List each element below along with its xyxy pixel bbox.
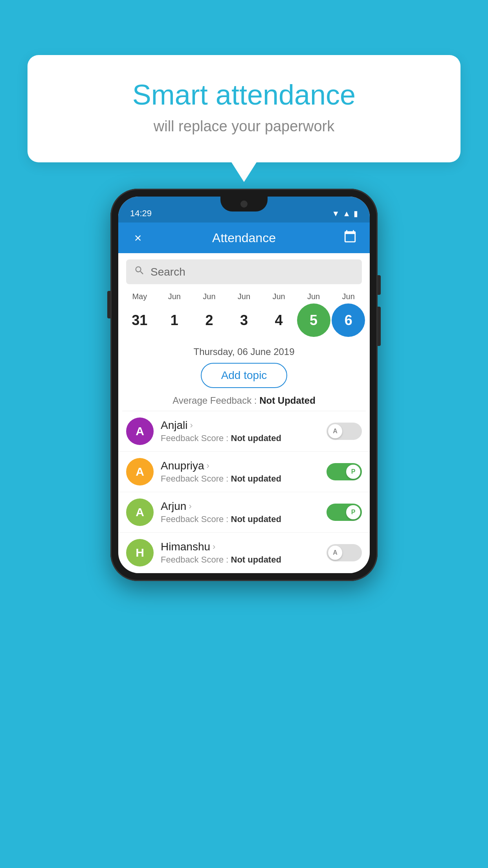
student-info: Anjali › Feedback Score : Not updated xyxy=(161,419,319,443)
month-jun-3: Jun xyxy=(227,292,261,301)
calendar-icon[interactable] xyxy=(341,230,359,246)
attendance-toggle[interactable]: A xyxy=(327,544,362,561)
month-jun-1: Jun xyxy=(158,292,191,301)
status-icons: ▼ ▲ ▮ xyxy=(332,209,358,218)
date-6-selected[interactable]: 6 xyxy=(332,303,365,337)
date-31[interactable]: 31 xyxy=(123,303,156,337)
calendar: May Jun Jun Jun Jun Jun Jun 31 1 2 3 4 5… xyxy=(118,284,370,341)
student-row: A Anjali › Feedback Score : Not updated … xyxy=(118,411,370,452)
close-icon[interactable]: × xyxy=(129,231,147,245)
volume-button xyxy=(107,291,110,318)
speech-bubble-container: Smart attendance will replace your paper… xyxy=(28,55,460,162)
chevron-right-icon: › xyxy=(189,501,191,511)
search-bar[interactable]: Search xyxy=(126,259,362,284)
chevron-right-icon: › xyxy=(213,542,215,552)
date-4[interactable]: 4 xyxy=(262,303,295,337)
toggle-knob: A xyxy=(328,546,342,560)
attendance-toggle[interactable]: P xyxy=(327,504,362,521)
search-input[interactable]: Search xyxy=(150,266,185,278)
bubble-subtitle: will replace your paperwork xyxy=(59,118,429,135)
signal-icon: ▲ xyxy=(343,209,350,218)
toggle-knob: P xyxy=(346,465,360,479)
camera-dot xyxy=(240,200,248,208)
speech-bubble: Smart attendance will replace your paper… xyxy=(28,55,460,162)
avatar: A xyxy=(126,458,154,485)
battery-icon: ▮ xyxy=(354,209,358,218)
feedback-score: Feedback Score : Not updated xyxy=(161,514,319,524)
feedback-score: Feedback Score : Not updated xyxy=(161,474,319,484)
student-info: Himanshu › Feedback Score : Not updated xyxy=(161,541,319,565)
avg-feedback: Average Feedback : Not Updated xyxy=(118,395,370,406)
student-row: H Himanshu › Feedback Score : Not update… xyxy=(118,533,370,573)
month-jun-2: Jun xyxy=(193,292,226,301)
student-name[interactable]: Arjun › xyxy=(161,500,319,513)
avatar: A xyxy=(126,417,154,445)
phone-container: 14:29 ▼ ▲ ▮ × Attendance xyxy=(110,189,378,581)
student-name[interactable]: Anupriya › xyxy=(161,460,319,472)
selected-date: Thursday, 06 June 2019 xyxy=(118,346,370,357)
phone-notch xyxy=(220,197,268,211)
students-list: A Anjali › Feedback Score : Not updated … xyxy=(118,411,370,573)
phone-outer: 14:29 ▼ ▲ ▮ × Attendance xyxy=(110,189,378,581)
chevron-right-icon: › xyxy=(207,461,209,471)
wifi-icon: ▼ xyxy=(332,209,339,218)
student-name[interactable]: Himanshu › xyxy=(161,541,319,553)
status-time: 14:29 xyxy=(130,208,152,219)
date-3[interactable]: 3 xyxy=(227,303,261,337)
date-row: 31 1 2 3 4 5 6 xyxy=(122,303,366,337)
attendance-toggle[interactable]: A xyxy=(327,423,362,440)
app-bar-title: Attendance xyxy=(147,231,341,245)
date-2[interactable]: 2 xyxy=(193,303,226,337)
add-topic-button[interactable]: Add topic xyxy=(201,363,288,388)
student-row: A Arjun › Feedback Score : Not updated P xyxy=(118,492,370,533)
avatar: H xyxy=(126,539,154,566)
student-info: Anupriya › Feedback Score : Not updated xyxy=(161,460,319,484)
date-5-selected[interactable]: 5 xyxy=(297,303,330,337)
chevron-right-icon: › xyxy=(190,420,193,430)
month-jun-5: Jun xyxy=(297,292,330,301)
month-may: May xyxy=(123,292,156,301)
toggle-knob: P xyxy=(346,505,360,519)
app-bar: × Attendance xyxy=(118,223,370,253)
power-button-bottom xyxy=(378,307,381,346)
student-info: Arjun › Feedback Score : Not updated xyxy=(161,500,319,524)
power-button-top xyxy=(378,275,381,295)
month-row: May Jun Jun Jun Jun Jun Jun xyxy=(122,292,366,301)
feedback-score: Feedback Score : Not updated xyxy=(161,555,319,565)
search-icon xyxy=(134,265,145,279)
month-jun-6: Jun xyxy=(332,292,365,301)
bubble-title: Smart attendance xyxy=(59,79,429,111)
avatar: A xyxy=(126,498,154,526)
student-name[interactable]: Anjali › xyxy=(161,419,319,432)
student-row: A Anupriya › Feedback Score : Not update… xyxy=(118,452,370,492)
date-1[interactable]: 1 xyxy=(158,303,191,337)
feedback-score: Feedback Score : Not updated xyxy=(161,433,319,443)
toggle-knob: A xyxy=(328,424,342,438)
month-jun-4: Jun xyxy=(262,292,295,301)
phone-screen: 14:29 ▼ ▲ ▮ × Attendance xyxy=(118,197,370,573)
attendance-toggle[interactable]: P xyxy=(327,463,362,480)
